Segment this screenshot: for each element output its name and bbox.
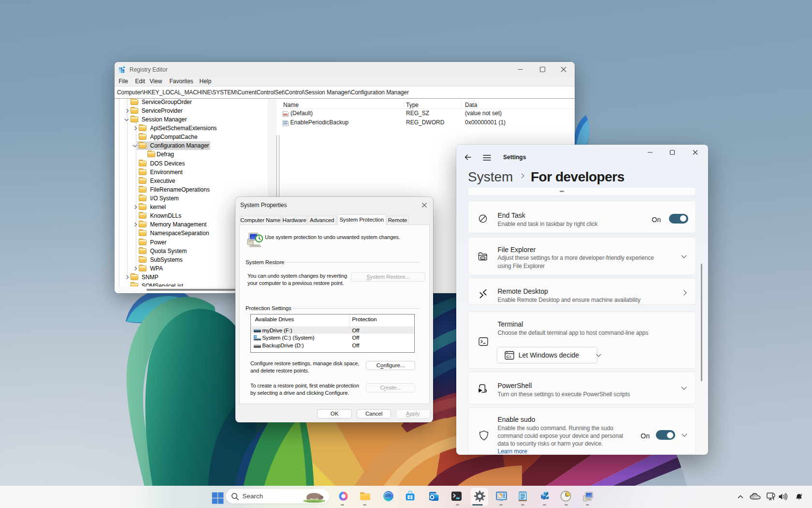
svg-text:C:\: C:\	[506, 355, 511, 359]
svg-text:z: z	[800, 493, 802, 496]
svg-text:ab: ab	[283, 112, 288, 117]
